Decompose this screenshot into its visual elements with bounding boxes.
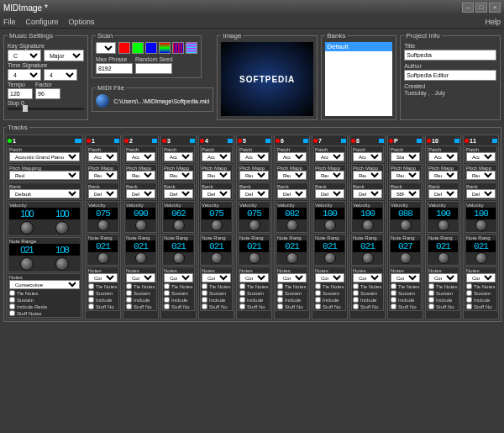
bank-select[interactable]: Default — [9, 189, 80, 198]
patch-select[interactable]: Acoustic Gr — [466, 152, 496, 161]
enable-dot-icon[interactable] — [351, 139, 355, 143]
noterange-lo-knob[interactable] — [20, 257, 34, 271]
bank-select[interactable]: Default — [88, 189, 118, 198]
include-checkbox[interactable]: Include — [428, 297, 458, 303]
key-root-select[interactable]: C — [8, 50, 41, 61]
include-checkbox[interactable]: Include — [164, 297, 193, 303]
pitchmap-select[interactable]: Red — [277, 171, 307, 180]
enable-dot-icon[interactable] — [465, 139, 469, 143]
include-rests-checkbox[interactable]: Include Rests — [9, 304, 80, 309]
sustain-checkbox[interactable]: Sustain — [202, 290, 231, 296]
patch-select[interactable]: Acoustic Gr — [428, 152, 458, 161]
tie-notes-checkbox[interactable]: Tie Notes — [164, 283, 193, 289]
tie-notes-checkbox[interactable]: Tie Notes — [88, 283, 118, 289]
velocity-knob[interactable] — [362, 219, 374, 231]
stuff-checkbox[interactable]: Stuff No — [428, 304, 458, 309]
noterange-knob[interactable] — [362, 252, 374, 264]
notes-select[interactable]: Consecutive — [9, 280, 80, 289]
notes-select[interactable]: Consecutiv — [88, 273, 118, 283]
tie-notes-checkbox[interactable]: Tie Notes — [202, 283, 231, 289]
tie-notes-checkbox[interactable]: Tie Notes — [353, 283, 382, 289]
pitchmap-select[interactable]: Red — [353, 171, 382, 180]
patch-select[interactable]: Acoustic Gr — [164, 152, 193, 161]
notes-select[interactable]: Consecutiv — [428, 273, 458, 283]
bank-select[interactable]: Default — [428, 189, 458, 198]
velocity-hi-knob[interactable] — [55, 221, 69, 235]
pitchmap-select[interactable]: Red — [315, 171, 344, 180]
velocity-knob[interactable] — [173, 219, 185, 231]
enable-dot-icon[interactable] — [200, 139, 204, 143]
bank-select[interactable]: 58Percussi — [391, 189, 420, 198]
velocity-knob[interactable] — [286, 219, 298, 231]
bank-select[interactable]: Default — [164, 189, 193, 198]
patch-select[interactable]: Acoustic Gr — [126, 152, 155, 161]
patch-select[interactable]: Acoustic Gr — [88, 152, 118, 161]
factor-input[interactable] — [35, 88, 60, 99]
enable-dot-icon[interactable] — [162, 139, 166, 143]
velocity-knob[interactable] — [475, 219, 487, 231]
sustain-checkbox[interactable]: Sustain — [164, 290, 193, 296]
swatch-blue[interactable] — [145, 42, 157, 54]
tie-notes-checkbox[interactable]: Tie Notes — [428, 283, 458, 289]
include-checkbox[interactable]: Include — [88, 297, 118, 303]
pitchmap-select[interactable]: Red — [428, 171, 458, 180]
author-input[interactable] — [404, 70, 496, 81]
noterange-knob[interactable] — [324, 252, 336, 264]
pitchmap-select[interactable]: Red — [88, 171, 118, 180]
sustain-checkbox[interactable]: Sustain — [9, 297, 80, 303]
notes-select[interactable]: Consecutiv — [391, 273, 420, 283]
include-checkbox[interactable]: Include — [391, 297, 420, 303]
sustain-checkbox[interactable]: Sustain — [315, 290, 344, 296]
velocity-knob[interactable] — [211, 219, 223, 231]
pitchmap-select[interactable]: Red — [466, 171, 496, 180]
include-checkbox[interactable]: Include — [202, 297, 231, 303]
notes-select[interactable]: Consecutiv — [202, 273, 231, 283]
enable-dot-icon[interactable] — [276, 139, 280, 143]
time-num-select[interactable]: 4 — [8, 69, 41, 81]
velocity-knob[interactable] — [135, 219, 147, 231]
tempo-input[interactable] — [8, 88, 33, 99]
sustain-checkbox[interactable]: Sustain — [239, 290, 269, 296]
pitchmap-select[interactable]: Red — [239, 171, 269, 180]
notes-select[interactable]: Consecutiv — [239, 273, 269, 283]
maximize-button[interactable]: □ — [475, 3, 487, 13]
velocity-knob[interactable] — [438, 219, 449, 231]
patch-select[interactable]: Acoustic Gr — [239, 152, 269, 161]
stuff-checkbox[interactable]: Stuff No — [391, 304, 420, 309]
tie-notes-checkbox[interactable]: Tie Notes — [391, 283, 420, 289]
menu-help[interactable]: Help — [485, 18, 501, 26]
swatch-green[interactable] — [132, 42, 144, 54]
menu-file[interactable]: File — [3, 18, 16, 26]
bank-select[interactable]: Default — [466, 189, 496, 198]
banks-list[interactable]: Default — [325, 42, 392, 116]
velocity-knob[interactable] — [249, 219, 260, 231]
notes-select[interactable]: Consecutiv — [277, 273, 307, 283]
include-checkbox[interactable]: Include — [277, 297, 307, 303]
enable-dot-icon[interactable] — [427, 139, 431, 143]
enable-dot-icon[interactable] — [124, 139, 129, 143]
stuff-checkbox[interactable]: Stuff No — [126, 304, 155, 309]
patch-select[interactable]: Acoustic Gr — [202, 152, 231, 161]
bank-select[interactable]: Default — [126, 189, 155, 198]
title-input[interactable] — [404, 50, 496, 61]
maxphrase-input[interactable] — [96, 63, 133, 74]
noterange-knob[interactable] — [211, 252, 223, 264]
tie-notes-checkbox[interactable]: Tie Notes — [315, 283, 344, 289]
include-checkbox[interactable]: Include — [126, 297, 155, 303]
tie-notes-checkbox[interactable]: Tie Notes — [239, 283, 269, 289]
swatch-red[interactable] — [118, 42, 130, 54]
notes-select[interactable]: Consecutiv — [353, 273, 382, 283]
bank-select[interactable]: Default — [202, 189, 231, 198]
stuff-checkbox[interactable]: Stuff No — [466, 304, 496, 309]
stuff-checkbox[interactable]: Stuff No — [88, 304, 118, 309]
stuff-checkbox[interactable]: Stuff No — [202, 304, 231, 309]
sustain-checkbox[interactable]: Sustain — [466, 290, 496, 296]
bank-item-selected[interactable]: Default — [325, 42, 392, 51]
enable-dot-icon[interactable] — [8, 139, 12, 143]
velocity-lo-knob[interactable] — [20, 221, 34, 235]
include-checkbox[interactable]: Include — [353, 297, 382, 303]
velocity-knob[interactable] — [97, 219, 109, 231]
enable-dot-icon[interactable] — [389, 139, 393, 143]
stuff-checkbox[interactable]: Stuff No — [277, 304, 307, 309]
patch-select[interactable]: Acoustic Gr — [277, 152, 307, 161]
